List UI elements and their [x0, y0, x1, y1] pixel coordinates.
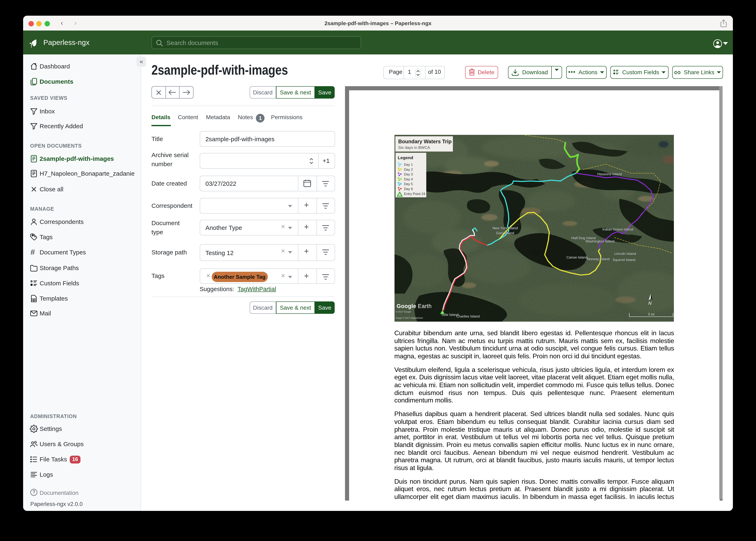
- svg-text:Day 5: Day 5: [404, 182, 413, 186]
- svg-text:3 mi: 3 mi: [648, 312, 654, 316]
- svg-text:Day 4: Day 4: [404, 177, 413, 181]
- svg-text:Canoe Island: Canoe Island: [566, 255, 587, 260]
- svg-text:Day 2: Day 2: [404, 168, 413, 171]
- svg-text:Washington Island: Washington Island: [585, 239, 614, 243]
- svg-text:Google Earth: Google Earth: [396, 303, 431, 309]
- svg-text:© 2017 Google: © 2017 Google: [396, 310, 411, 313]
- svg-text:New York Island: New York Island: [492, 226, 517, 230]
- svg-text:Entry Point 24: Entry Point 24: [404, 192, 425, 196]
- svg-text:Day 6: Day 6: [404, 187, 413, 191]
- svg-text:Boundary Waters Trip: Boundary Waters Trip: [398, 139, 451, 144]
- svg-text:Legend: Legend: [398, 155, 413, 160]
- svg-text:Day 1: Day 1: [404, 163, 413, 166]
- svg-text:Charlies Island: Charlies Island: [456, 314, 480, 318]
- svg-text:Six days in BWCA: Six days in BWCA: [398, 145, 430, 150]
- svg-text:Norway Island: Norway Island: [587, 257, 610, 261]
- svg-text:Squirrel Island: Squirrel Island: [612, 258, 635, 262]
- svg-text:N: N: [648, 300, 651, 306]
- svg-text:Text: Text: [530, 250, 539, 256]
- svg-text:Lincoln Island: Lincoln Island: [614, 252, 636, 256]
- svg-text:Hausons Island: Hausons Island: [597, 172, 621, 176]
- svg-text:Indian Grave Island: Indian Grave Island: [602, 227, 633, 231]
- svg-text:Image © 2017 DigitalGlobe: Image © 2017 DigitalGlobe: [396, 317, 423, 319]
- svg-text:Gary Island: Gary Island: [496, 231, 514, 235]
- svg-text:Day 3: Day 3: [404, 172, 413, 176]
